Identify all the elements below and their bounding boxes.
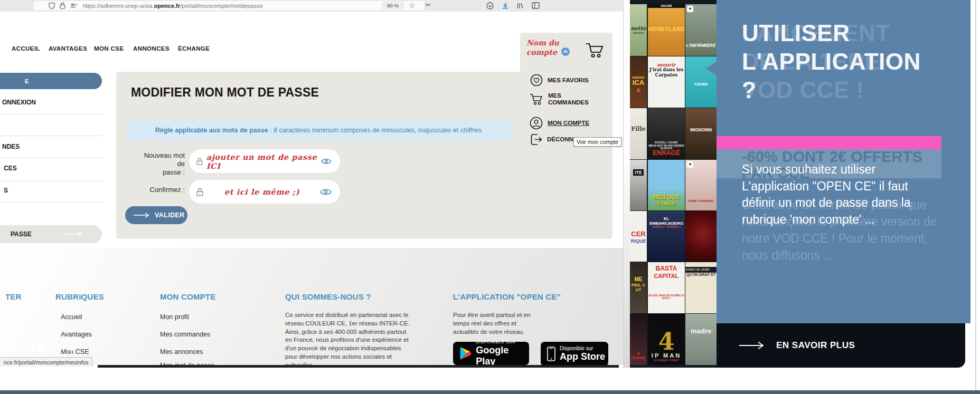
- sidebar-item-commandes[interactable]: NDES: [2, 143, 20, 150]
- vod-poster-grid: nettevennes 2 NOMINATIONS AUX OSCARSHONE…: [630, 0, 717, 368]
- heart-icon: [530, 74, 543, 87]
- app-store-icon: [547, 347, 555, 361]
- zoom-level-indicator[interactable]: 90 %: [382, 2, 404, 9]
- footer-link-mon-profil[interactable]: Mon profil: [160, 313, 189, 321]
- menu-item-account[interactable]: MON COMPTE: [530, 117, 589, 130]
- password-rule-banner: Règle applicable aux mots de passe : 8 c…: [126, 120, 512, 140]
- shield-icon[interactable]: [49, 2, 55, 9]
- eye-icon[interactable]: [320, 188, 332, 196]
- new-password-label: Nouveau mot de passe :: [137, 151, 185, 177]
- carousel-dot-active[interactable]: [37, 344, 45, 351]
- favorite-heart-badge: ♥: [687, 6, 693, 12]
- divider: [0, 181, 102, 181]
- poster-tile: nettevennes: [630, 4, 647, 56]
- poster-tile: 4IP MANLE DERNIER COMBAT: [648, 314, 685, 365]
- promo-heading: UTILISER L'APPLICATION ?: [742, 19, 921, 104]
- user-icon: [530, 117, 543, 130]
- sidebar-item-annonces[interactable]: CES: [4, 165, 17, 172]
- rule-rest-text: : 8 caractères minimum composés de minus…: [268, 127, 484, 134]
- download-icon[interactable]: [502, 2, 509, 9]
- browser-toolbar: https://adherent-snep-unsa.opence.fr/por…: [0, 0, 623, 12]
- sidebar-item-connexion[interactable]: ONNEXION: [2, 99, 36, 106]
- submit-label: VALIDER: [155, 212, 185, 219]
- sidebar-item-active[interactable]: E: [0, 73, 102, 89]
- menu-item-logout[interactable]: DÉCONN: [530, 133, 573, 146]
- footer-link-avantages[interactable]: Avantages: [61, 331, 92, 338]
- menu-item-favorites[interactable]: MES FAVORIS: [530, 74, 589, 87]
- poster-tile: Fille: [630, 108, 647, 159]
- divider: [0, 202, 102, 203]
- lock-icon[interactable]: [60, 2, 65, 9]
- footer: TER RUBRIQUES Accueil Avantages Mon CSE …: [0, 248, 623, 365]
- footer-application-heading: L'APPLICATION "OPEN CE": [453, 292, 561, 301]
- arrow-right-icon: [64, 231, 82, 237]
- screenshot-tool-icon[interactable]: ✂: [425, 2, 431, 8]
- poster-tile: EL EMBARCADEROSAISON 2 · ÉPISODE 1: [648, 211, 685, 262]
- carousel-dot[interactable]: [48, 344, 54, 351]
- page-title: MODIFIER MON MOT DE PASSE: [131, 85, 319, 100]
- carousel-dot[interactable]: [55, 344, 62, 351]
- footer-link-accueil[interactable]: Accueil: [61, 313, 82, 321]
- footer-link-mes-annonces[interactable]: Mes annonces: [160, 348, 203, 355]
- nav-item-echange[interactable]: ÉCHANGE: [178, 45, 210, 52]
- url-bar[interactable]: https://adherent-snep-unsa.opence.fr/por…: [34, 1, 425, 10]
- promo-body: Si vous souhaitez utiliser L'application…: [742, 161, 911, 228]
- footer-link-mes-commandes[interactable]: Mes commandes: [160, 331, 210, 338]
- confirm-password-placeholder: et ici le même ;): [224, 187, 299, 196]
- play-store-icon: [460, 347, 471, 360]
- pocket-icon[interactable]: [486, 2, 494, 9]
- poster-tile: CERRIQUE: [630, 211, 647, 262]
- poster-tile: DANS UN JARDQU'ON DIRAIT ET: [685, 262, 717, 313]
- sidebar-password-label: PASSE: [11, 230, 32, 238]
- sidebar-toggle-icon[interactable]: [532, 2, 540, 9]
- en-savoir-plus-button[interactable]: EN SAVOIR PLUS: [717, 323, 965, 368]
- url-text: https://adherent-snep-unsa.opence.fr/por…: [83, 3, 263, 9]
- rule-bold-text: Règle applicable aux mots de passe: [155, 127, 268, 134]
- bookmark-star-icon[interactable]: ☆: [409, 2, 416, 9]
- submit-button[interactable]: VALIDER: [125, 206, 187, 224]
- account-label: MON COMPTE: [548, 120, 589, 127]
- nav-item-mon-cse[interactable]: MON CSE: [94, 45, 124, 52]
- sidebar-item-infos[interactable]: S: [4, 187, 8, 194]
- footer-mon-compte-heading: MON COMPTE: [160, 292, 215, 301]
- footer-qui-sommes-nous-text: Ce service est distribué en partenariat …: [285, 311, 412, 365]
- carousel-dot[interactable]: [68, 344, 74, 351]
- poster-tile: mourirJ'irai dans les Carpates: [648, 56, 685, 108]
- new-password-placeholder: ajouter un mot de passe ICI: [206, 152, 322, 170]
- confirm-password-field[interactable]: et ici le même ;): [189, 180, 340, 204]
- poster-tile: BAMAKOICAA: [630, 56, 647, 108]
- logout-icon: [530, 133, 542, 146]
- cart-icon[interactable]: [585, 41, 605, 59]
- nav-item-avantages[interactable]: AVANTAGES: [49, 45, 87, 52]
- nav-item-accueil[interactable]: ACCUEIL: [12, 45, 40, 52]
- eye-icon[interactable]: [321, 158, 332, 165]
- new-password-field[interactable]: ajouter un mot de passe ICI: [189, 149, 340, 173]
- arrow-right-icon: [134, 212, 149, 218]
- poster-tile: MIGNONN: [685, 108, 717, 159]
- carousel-dot[interactable]: [29, 344, 36, 351]
- divider: [0, 136, 102, 136]
- menu-item-orders[interactable]: MESCOMMANDES: [530, 92, 589, 106]
- app-store-line1: Disponible sur: [560, 345, 605, 351]
- status-bar-url: nce.fr/portail/moncompte/mesinfos: [0, 357, 92, 367]
- app-store-badge[interactable]: Disponible sur App Store: [541, 342, 608, 365]
- sidebar-item-mot-de-passe[interactable]: PASSE: [0, 225, 102, 243]
- cta-label: EN SAVOIR PLUS: [776, 340, 855, 351]
- divider: [0, 114, 102, 114]
- logout-label: DÉCONN: [547, 136, 573, 143]
- google-play-badge[interactable]: DISPONIBLE SUR Google Play: [453, 342, 529, 365]
- poster-tile: MEPES, C UT: [630, 262, 647, 313]
- app-store-line2: App Store: [560, 351, 605, 362]
- footer-newsletter-heading: TER: [5, 292, 22, 301]
- footer-rubriques-heading: RUBRIQUES: [55, 292, 104, 301]
- nav-item-annonces[interactable]: ANNONCES: [133, 45, 169, 52]
- permissions-icon[interactable]: [70, 3, 78, 8]
- panel-gap: [623, 0, 630, 368]
- poster-tile: madre: [685, 314, 717, 365]
- poster-tile: ♥FAMILY ROMANC: [685, 160, 717, 210]
- account-name[interactable]: Nom du compte: [526, 38, 559, 57]
- google-play-line1: DISPONIBLE SUR: [476, 340, 529, 344]
- footer-link-mon-cse[interactable]: Mon CSE: [61, 348, 89, 355]
- chevron-up-icon[interactable]: [561, 47, 570, 56]
- library-icon[interactable]: [516, 2, 524, 9]
